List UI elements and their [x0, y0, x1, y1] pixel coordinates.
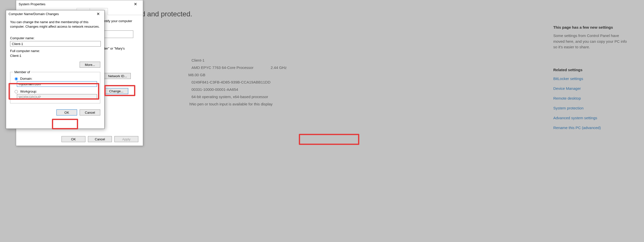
close-icon[interactable]: ✕: [94, 12, 102, 16]
close-icon[interactable]: ✕: [130, 2, 140, 7]
member-of-group: Member of Domain: Workgroup:: [10, 70, 100, 103]
domain-input[interactable]: [17, 81, 97, 87]
sysprops-apply-button[interactable]: Apply: [114, 136, 138, 142]
sysprops-ok-button[interactable]: OK: [61, 136, 85, 142]
sysprops-cancel-button[interactable]: Cancel: [88, 136, 112, 142]
full-name-value: Client-1: [10, 54, 100, 58]
more-button[interactable]: More...: [80, 62, 100, 68]
domain-radio-label: Domain:: [20, 77, 32, 80]
workgroup-input: [17, 94, 97, 100]
member-of-legend: Member of: [13, 70, 31, 74]
domchg-titlebar[interactable]: Computer Name/Domain Changes ✕: [6, 10, 104, 17]
computer-name-input[interactable]: [10, 41, 101, 47]
sysprops-titlebar[interactable]: System Properties ✕: [16, 0, 143, 8]
workgroup-radio-label: Workgroup:: [20, 90, 37, 93]
sysprops-title: System Properties: [19, 2, 45, 6]
domain-radio[interactable]: [15, 77, 18, 80]
workgroup-radio[interactable]: [15, 90, 18, 93]
network-id-button[interactable]: Network ID...: [104, 73, 131, 79]
sysprops-desc2: ter" or "Mary's: [104, 47, 138, 50]
computer-name-label: Computer name:: [10, 36, 100, 40]
domain-changes-dialog: Computer Name/Domain Changes ✕ You can c…: [6, 10, 105, 129]
domchg-intro: You can change the name and the membersh…: [10, 20, 100, 29]
domchg-ok-button[interactable]: OK: [56, 109, 77, 115]
full-name-label: Full computer name:: [10, 49, 100, 53]
domchg-title: Computer Name/Domain Changes: [9, 12, 59, 16]
sysprops-desc-field[interactable]: [104, 30, 133, 38]
sysprops-desc1: ntify your computer: [104, 19, 138, 23]
change-button[interactable]: Change...: [104, 88, 128, 94]
domchg-cancel-button[interactable]: Cancel: [80, 109, 100, 115]
